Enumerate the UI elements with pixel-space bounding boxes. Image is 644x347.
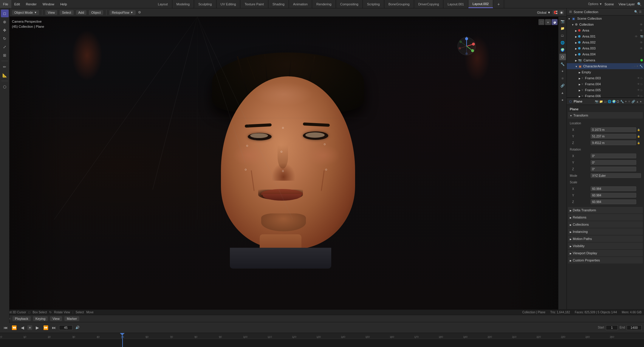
tab-drivercopying[interactable]: DriverCopying — [414, 0, 444, 8]
view-layer-selector[interactable]: View Layer — [619, 2, 635, 6]
location-x-field[interactable]: 0.1673 m — [591, 127, 636, 132]
tool-transform[interactable]: ⊞ — [1, 51, 9, 59]
object-props-icon[interactable]: ⬡ — [559, 54, 566, 60]
outliner-options-icon[interactable]: ☰ — [639, 10, 642, 13]
viewport-display-header[interactable]: Viewport Display — [568, 250, 643, 256]
scale-z-field[interactable]: 60.984 — [591, 199, 636, 204]
location-x-lock[interactable]: 🔒 — [637, 128, 640, 131]
jump-start-btn[interactable]: ⏮ — [2, 324, 9, 331]
tab-scripting[interactable]: Scripting — [363, 0, 384, 8]
audio-toggle[interactable]: 🔊 — [74, 324, 81, 331]
tool-move[interactable]: ✥ — [1, 26, 9, 34]
prop-icon-physics[interactable]: ⚛ — [628, 100, 631, 103]
scale-y-field[interactable]: 60.984 — [591, 193, 636, 198]
output-props-icon[interactable]: 📁 — [559, 25, 566, 32]
tool-select[interactable]: □ — [1, 10, 9, 17]
tool-cursor[interactable]: ⊕ — [1, 18, 9, 26]
material-props-icon[interactable]: ● — [559, 97, 566, 103]
outliner-item-empty[interactable]: Empty — [567, 69, 644, 75]
proportional-edit[interactable]: ◉ — [559, 10, 564, 15]
menu-help[interactable]: Help — [57, 0, 70, 8]
tab-shading[interactable]: Shading — [268, 0, 289, 8]
outliner-item-area002[interactable]: Area.002 👁 — [567, 39, 644, 45]
keying-menu[interactable]: Keying — [33, 316, 48, 321]
outliner-item-area001[interactable]: Area.001 👁 📷 — [567, 33, 644, 39]
tab-add-workspace[interactable]: + — [493, 0, 504, 8]
jump-end-btn[interactable]: ⏭ — [51, 324, 57, 331]
material-preview-btn[interactable]: ◕ — [552, 19, 558, 25]
prop-icon-scene[interactable]: 🌐 — [608, 100, 611, 103]
rotation-y-field[interactable]: 0° — [591, 160, 636, 165]
prop-icon-modifier[interactable]: 🔧 — [620, 100, 624, 103]
scale-x-field[interactable]: 60.984 — [591, 186, 636, 191]
outliner-item-frame004[interactable]: ▿ Frame.004 👁 ▷ — [567, 81, 644, 87]
custom-properties-header[interactable]: Custom Properties — [568, 257, 643, 264]
rotation-z-field[interactable]: 0° — [591, 167, 636, 171]
search-icon[interactable]: 🔍 — [637, 2, 642, 6]
retopoflow-btn[interactable]: RetopoFlow ▼ — [109, 10, 136, 15]
outliner-item-characteranima[interactable]: ▣ CharacterAnima ⎵ ▷ ✦ 🔧 — [567, 63, 644, 69]
navigation-gizmo[interactable]: X Y Z — [456, 36, 477, 57]
visibility-icon[interactable]: 👁 — [640, 41, 643, 44]
constraints-props-icon[interactable]: 🔗 — [559, 82, 566, 89]
prop-icon-constraints[interactable]: 🔗 — [631, 100, 635, 103]
object-mode-dropdown[interactable]: Object Mode ▼ — [12, 10, 39, 15]
tool-annotate[interactable]: ✏ — [1, 63, 9, 71]
outliner-item-frame005[interactable]: ▿ Frame.005 👁 ▷ — [567, 87, 644, 93]
particles-props-icon[interactable]: ✦ — [559, 68, 566, 75]
tool-measure[interactable]: 📐 — [1, 71, 9, 79]
next-keyframe-btn[interactable]: ⏩ — [42, 324, 49, 331]
delta-transform-header[interactable]: Delta Transform — [568, 207, 643, 213]
menu-window[interactable]: Window — [40, 0, 57, 8]
menu-file[interactable]: File — [0, 0, 11, 8]
relations-header[interactable]: Relations — [568, 214, 643, 221]
prev-keyframe-btn[interactable]: ⏪ — [11, 324, 17, 331]
tab-compositing[interactable]: Compositing — [336, 0, 363, 8]
motion-paths-header[interactable]: Motion Paths — [568, 236, 643, 242]
playback-menu[interactable]: Playback — [13, 316, 31, 321]
instancing-header[interactable]: Instancing — [568, 228, 643, 235]
timeline-track[interactable]: 0 10 20 30 40 45 60 70 80 90 — [0, 333, 644, 347]
prop-icon-material[interactable]: ● — [640, 100, 642, 103]
prop-icon-view-layer[interactable]: 🗂 — [604, 100, 607, 103]
prop-icon-data[interactable]: ▲ — [636, 100, 639, 103]
scene-selector[interactable]: Scene — [605, 2, 614, 6]
outliner-item-camera[interactable]: 📷 Camera — [567, 57, 644, 63]
select-menu[interactable]: Select — [60, 10, 74, 15]
marker-menu[interactable]: Marker — [64, 316, 79, 321]
view-menu[interactable]: View — [45, 10, 57, 15]
outliner-item-area003[interactable]: Area.003 👁 — [567, 45, 644, 51]
tab-bonegrouping[interactable]: BoneGrouping — [384, 0, 414, 8]
prop-icon-object[interactable]: ⬡ — [617, 100, 619, 103]
rotation-x-field[interactable]: 0° — [591, 154, 636, 158]
prop-icon-output[interactable]: 📁 — [599, 100, 603, 103]
rotation-mode-field[interactable]: XYZ Euler — [591, 173, 641, 178]
location-z-field[interactable]: 9.4512 m — [591, 140, 636, 145]
outliner-item-frame003[interactable]: ▿ Frame.003 👁 ▷ — [567, 75, 644, 81]
tab-texture-paint[interactable]: Texture Paint — [240, 0, 268, 8]
prop-icon-particles[interactable]: ✦ — [625, 100, 627, 103]
tool-add-cube[interactable]: ⬡ — [1, 83, 9, 91]
transform-section-header[interactable]: Transform — [568, 112, 643, 119]
data-props-icon[interactable]: ▲ — [559, 89, 566, 96]
menu-render[interactable]: Render — [23, 0, 40, 8]
location-z-lock[interactable]: 🔒 — [637, 142, 640, 144]
tab-layout002[interactable]: Layout.002 — [468, 0, 493, 8]
play-forward-btn[interactable]: ▶ — [34, 324, 41, 331]
outliner-item-area004[interactable]: Area.004 — [567, 51, 644, 57]
tool-rotate[interactable]: ↻ — [1, 35, 9, 42]
wireframe-btn[interactable]: ⬚ — [538, 19, 544, 25]
scene-props-icon[interactable]: 🌐 — [559, 39, 566, 46]
outliner-item-collection[interactable]: Collection 👁 — [567, 21, 644, 27]
tab-layout001[interactable]: Layout.001 — [443, 0, 468, 8]
location-y-field[interactable]: 51.237 m — [591, 134, 636, 139]
tool-scale[interactable]: ⤢ — [1, 43, 9, 51]
options-button[interactable]: Options ▼ — [588, 2, 602, 6]
snap-toggle[interactable]: 🧲 — [552, 10, 558, 15]
tab-sculpting[interactable]: Sculpting — [194, 0, 216, 8]
end-frame-display[interactable]: 1400 — [627, 325, 642, 330]
tab-animation[interactable]: Animation — [289, 0, 312, 8]
transform-global-dropdown[interactable]: Global ▼ — [537, 11, 551, 14]
stop-btn[interactable]: ■ — [27, 325, 32, 330]
tab-modeling[interactable]: Modeling — [172, 0, 194, 8]
